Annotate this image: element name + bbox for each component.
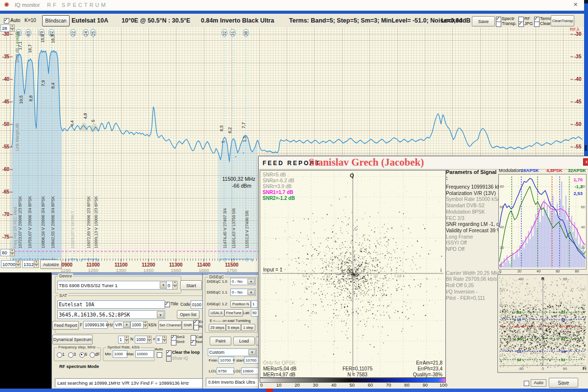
n1-arrows[interactable]: ▲▼ — [124, 336, 129, 343]
radio-df[interactable] — [90, 352, 95, 358]
east-label: E <----- on east Tumbling — [210, 318, 250, 323]
step1-button[interactable]: 1 step — [241, 324, 255, 331]
phase-save-button[interactable]: Save — [549, 378, 578, 388]
sat-name-field[interactable]: Eutelsat 10A — [57, 300, 165, 309]
const-axis-label: 32 — [373, 273, 378, 278]
taskbar-item[interactable] — [266, 389, 273, 392]
level-top-spinner-arrows[interactable]: ▲▼ — [10, 24, 15, 32]
sm9-checkbox[interactable] — [171, 340, 176, 345]
phase-line-label: 4 — [515, 324, 517, 329]
phase-top-label: -90 — [518, 277, 524, 281]
phase-auto-checkbox[interactable] — [524, 381, 529, 386]
chevron-down-icon[interactable]: ▼ — [247, 290, 255, 295]
transponder-combo[interactable]: 3645,R,16130,56,S2;8PSK▼ — [57, 310, 165, 319]
clear-loop-checkbox[interactable] — [166, 350, 172, 356]
custom-combo[interactable]: Custom▼ — [208, 348, 257, 356]
fmin-field[interactable]: 10700 — [219, 357, 234, 364]
frequency-field[interactable]: 10999136 — [83, 321, 108, 329]
jpg-checkbox[interactable] — [518, 22, 524, 27]
lo1-field[interactable]: 9750 — [217, 368, 234, 374]
chevron-down-icon[interactable]: ▼ — [123, 322, 130, 328]
auto-sr-label: Auto — [155, 347, 163, 351]
steps25-button[interactable]: 25 steps — [209, 324, 226, 331]
dynamical-spectrum-button[interactable]: Dynamical Spectrum — [52, 335, 93, 344]
device-index-arrows[interactable]: ▲▼ — [172, 281, 177, 290]
polarization-combo[interactable]: V/R▼ — [114, 321, 131, 329]
lo2-field[interactable]: 10600 — [241, 368, 259, 374]
auto-checkbox[interactable] — [4, 18, 9, 24]
open-list-button[interactable]: Open list — [177, 310, 199, 319]
diseqc11-combo[interactable]: 0 - No▼ — [230, 289, 256, 296]
transponder-label: 11501,63 V 13750 5/6 — [231, 208, 236, 248]
chevron-down-icon[interactable]: ▼ — [248, 349, 256, 355]
save-button[interactable]: Save — [472, 16, 495, 26]
start-freq-spinner[interactable]: 10700 — [1, 260, 18, 268]
taskbar[interactable] — [0, 389, 588, 392]
lo2-label: LO2 — [233, 369, 241, 373]
n2-arrows[interactable]: ▲▼ — [147, 336, 151, 343]
margin-annotation: 8,4 — [50, 82, 55, 89]
transp-checkbox[interactable] — [496, 22, 501, 27]
chevron-down-icon[interactable]: ▼ — [157, 311, 164, 318]
scale-label: 30 — [310, 382, 321, 388]
phase-edge-label: 100 — [580, 288, 586, 291]
finetune-button[interactable]: FineTune — [224, 309, 243, 317]
close-icon[interactable]: ✕ — [573, 1, 578, 8]
snr-button[interactable]: SNR — [182, 320, 194, 330]
y-axis-label: -65 — [2, 189, 10, 195]
symbolrate-group-label: Symbol Rate, kS/s — [106, 345, 141, 349]
code-field[interactable]: 0100 — [191, 300, 203, 309]
title-label: Title — [171, 301, 178, 306]
legend-32apsk: 32APSK — [568, 168, 586, 173]
span-arrows[interactable]: ▲▼ — [34, 260, 39, 268]
const-axis-label: 32 — [326, 273, 331, 278]
position-field[interactable]: 1 — [251, 300, 258, 308]
symbolrate-arrows[interactable]: ▲▼ — [143, 321, 147, 329]
radio-6[interactable] — [79, 352, 85, 358]
feed-report-button[interactable]: Feed Report — [52, 321, 79, 330]
noise-checkbox[interactable] — [191, 340, 196, 345]
diseqc-group-label: DiSEqC — [208, 274, 225, 279]
sm3-label: Sm3 — [176, 335, 184, 339]
diseqc10-combo[interactable]: 0 - No▼ — [230, 278, 256, 285]
start-freq-arrows[interactable]: ▲▼ — [16, 260, 21, 268]
snr-line: SNRa=-6.2 dB — [263, 178, 294, 183]
clean-checkbox[interactable] — [534, 22, 539, 27]
cleantransp-button[interactable]: CleanTransp — [551, 15, 574, 26]
rus-checkbox[interactable] — [194, 325, 199, 330]
auto-sr-checkbox[interactable] — [157, 352, 162, 358]
mod-bar — [507, 255, 508, 268]
title-checkbox[interactable] — [165, 302, 170, 307]
marker-number: 83 — [26, 31, 31, 36]
mod-bar — [504, 258, 505, 268]
radio-3[interactable] — [68, 352, 74, 358]
n3-arrows[interactable]: ▲▼ — [162, 336, 167, 343]
blindscan-button[interactable]: Blindscan — [42, 15, 70, 26]
transponder-label: 10972,89 V 29996 2/3 8PSK — [86, 196, 91, 248]
usals-button[interactable]: USALS — [209, 309, 224, 317]
steps5-button[interactable]: 5 steps — [226, 324, 241, 331]
start-button[interactable]: Start — [180, 280, 202, 290]
max-field[interactable]: 10000 — [135, 350, 154, 358]
show-iq-checkbox[interactable] — [166, 356, 172, 362]
paint-button[interactable]: Paint — [210, 337, 231, 345]
load-button[interactable]: Load — [233, 337, 255, 345]
f-label: F — [80, 322, 82, 327]
snr-annotation: 16,3 — [50, 34, 55, 43]
radio-1[interactable] — [57, 352, 62, 358]
snr-line: SNR1=1.7 dB — [263, 190, 294, 195]
autosize-button[interactable]: Autosize — [40, 260, 62, 269]
phase-line-label: 16 — [517, 349, 521, 354]
device-combo[interactable]: TBS 6908 DVBS/S2 Tuner 1▼ — [57, 281, 168, 290]
chevron-down-icon[interactable]: ▼ — [247, 279, 255, 284]
set-channel-button[interactable]: Set Channel — [158, 320, 182, 330]
feed-close-icon[interactable]: x — [583, 158, 588, 166]
level-bottom-spinner-arrows[interactable]: ▲▼ — [10, 249, 15, 256]
mod-bar — [518, 257, 519, 268]
min-field[interactable]: 1000 — [113, 350, 127, 358]
position-n-button[interactable]: Position N — [230, 300, 251, 308]
r-label: R — [541, 276, 545, 281]
transp-label: Transp. — [502, 21, 516, 26]
fstart-field[interactable]: 10700 — [244, 357, 259, 364]
y-axis-label-right: -40 — [574, 76, 582, 82]
